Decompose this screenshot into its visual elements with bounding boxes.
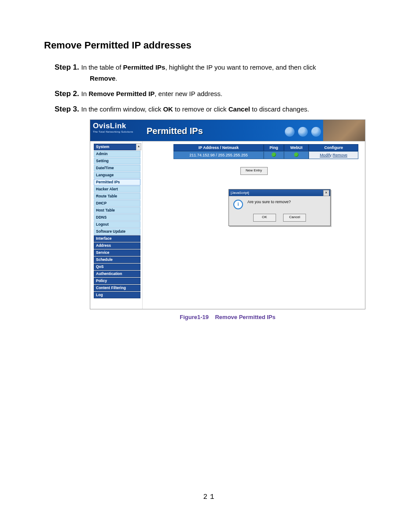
modify-link[interactable]: Modify — [320, 153, 332, 157]
sidebar-header-service[interactable]: Service — [94, 249, 140, 256]
figure-id: Figure1-19 — [180, 314, 209, 320]
sidebar-header-qos[interactable]: QoS — [94, 264, 140, 270]
sidebar-header-authentication[interactable]: Authentication — [94, 271, 140, 277]
step-1-cont-bold: Remove — [90, 74, 115, 82]
step-3: Step 3. In the confirm window, click OK … — [55, 104, 394, 115]
sidebar-item-dhcp[interactable]: DHCP — [94, 200, 140, 207]
sidebar-item-logout[interactable]: Logout — [94, 221, 140, 228]
step-3-label: Step 3. — [55, 105, 81, 113]
sidebar-item-datetime[interactable]: Date/Time — [94, 165, 140, 171]
col-configure: Configure — [309, 144, 358, 151]
sidebar-item-permitted-ips[interactable]: Permitted IPs — [94, 179, 140, 186]
sidebar-item-ddns[interactable]: DDNS — [94, 214, 140, 221]
step-1-pre: In the table of — [81, 63, 123, 71]
cell-ip-netmask: 211.74.152.98 / 255.255.255.255 — [173, 151, 264, 159]
step-1-mid: , highlight the IP you want to remove, a… — [165, 63, 316, 71]
cell-configure: Modify Remove — [309, 151, 358, 159]
sidebar-header-schedule[interactable]: Schedule — [94, 256, 140, 263]
sidebar-item-host-table[interactable]: Host Table — [94, 207, 140, 214]
step-3-post: to discard changes. — [250, 105, 309, 113]
globe-icon — [311, 127, 321, 137]
col-webui: WebUI — [284, 144, 309, 151]
confirm-dialog: [JavaScript] × i Are you sure to remove?… — [228, 189, 331, 226]
step-2-label: Step 2. — [55, 89, 81, 98]
main-panel: IP Address / Netmask Ping WebUI Configur… — [143, 141, 365, 309]
step-3-pre: In the confirm window, click — [81, 105, 163, 113]
cell-webui — [284, 151, 309, 159]
screenshot: OvisLink The Total Networking Solutions … — [90, 119, 365, 309]
step-1-bold1: Permitted IPs — [123, 63, 166, 71]
step-2: Step 2. In Remove Permitted IP, enter ne… — [55, 88, 394, 100]
check-icon — [272, 152, 276, 157]
check-icon — [294, 152, 298, 157]
globe-icon — [285, 127, 295, 137]
dialog-titlebar: [JavaScript] × — [229, 189, 330, 196]
close-icon[interactable]: × — [323, 190, 329, 196]
sidebar-item-setting[interactable]: Setting — [94, 158, 140, 164]
cancel-button[interactable]: Cancel — [283, 214, 306, 222]
col-ping: Ping — [264, 144, 284, 151]
page-heading: Remove Permitted IP addresses — [44, 40, 394, 51]
figure-caption: Figure1-19 Remove Permitted IPs — [90, 314, 365, 320]
table-header-row: IP Address / Netmask Ping WebUI Configur… — [173, 144, 358, 151]
sidebar-item-language[interactable]: Language — [94, 172, 140, 178]
globe-icon — [298, 127, 308, 137]
sidebar-header-log[interactable]: Log — [94, 292, 140, 298]
sidebar-item-route-table[interactable]: Route Table — [94, 193, 140, 200]
sidebar-header-policy[interactable]: Policy — [94, 278, 140, 284]
cell-ping — [264, 151, 284, 159]
page-number: 21 — [0, 493, 420, 501]
sidebar-header-system[interactable]: System — [94, 144, 140, 150]
step-2-mid: , enter new IP address. — [155, 90, 222, 97]
table-row: 211.74.152.98 / 255.255.255.255 Modify R… — [173, 151, 358, 159]
dialog-title-text: [JavaScript] — [231, 191, 249, 195]
new-entry-button[interactable]: New Entry — [240, 167, 268, 175]
remove-link[interactable]: Remove — [332, 153, 347, 157]
sidebar-header-address[interactable]: Address — [94, 242, 140, 249]
sidebar-header-interface[interactable]: Interface — [94, 235, 140, 242]
sidebar-header-content-filtering[interactable]: Content Filtering — [94, 285, 140, 291]
shot-header: OvisLink The Total Networking Solutions … — [90, 120, 365, 141]
step-3-bold1: OK — [163, 105, 173, 113]
sidebar-item-software-update[interactable]: Software Update — [94, 228, 140, 235]
step-1: Step 1. In the table of Permitted IPs, h… — [55, 62, 394, 84]
step-3-mid: to remove or click — [173, 105, 228, 113]
dialog-message: Are you sure to remove? — [247, 200, 291, 204]
step-2-pre: In — [81, 90, 88, 97]
info-icon: i — [233, 200, 243, 209]
brand-name: OvisLink — [93, 122, 145, 130]
col-ip-netmask: IP Address / Netmask — [173, 144, 264, 151]
sidebar-item-hacker-alert[interactable]: Hacker Alert — [94, 186, 140, 193]
globe-icons — [285, 127, 321, 137]
brand-subtitle: The Total Networking Solutions — [93, 130, 145, 133]
steps-list: Step 1. In the table of Permitted IPs, h… — [55, 62, 394, 320]
sidebar: ▴ System Admin Setting Date/Time Languag… — [90, 141, 143, 309]
ok-button[interactable]: OK — [253, 214, 276, 222]
figure-text: Remove Permitted IPs — [215, 314, 275, 320]
step-1-cont-post: . — [115, 74, 117, 82]
brand-block: OvisLink The Total Networking Solutions — [93, 122, 145, 133]
header-photo — [323, 120, 365, 141]
panel-title: Permitted IPs — [147, 126, 203, 136]
scroll-arrow-icon[interactable]: ▴ — [136, 143, 141, 150]
sidebar-item-admin[interactable]: Admin — [94, 151, 140, 157]
step-2-bold1: Remove Permitted IP — [88, 90, 155, 97]
step-1-label: Step 1. — [55, 63, 81, 71]
step-3-bold2: Cancel — [228, 105, 250, 113]
permitted-ips-table: IP Address / Netmask Ping WebUI Configur… — [173, 144, 358, 159]
